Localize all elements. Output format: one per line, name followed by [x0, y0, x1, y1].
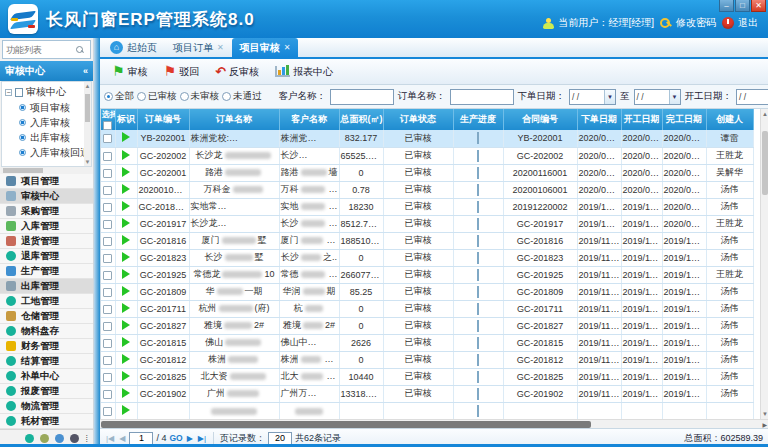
sidebar-group-item[interactable]: 报废管理 — [0, 384, 93, 399]
cart-icon[interactable] — [40, 434, 49, 443]
leaf-icon[interactable] — [55, 434, 64, 443]
sidebar-group-item[interactable]: 物流管理 — [0, 399, 93, 414]
row-checkbox[interactable] — [103, 288, 112, 297]
sidebar-group-item[interactable]: 退货管理 — [0, 234, 93, 249]
table-row[interactable]: 20200106001 万科金 万科一期 0.78 已审核 2020010600… — [101, 181, 753, 198]
column-header[interactable]: 总面积(㎡) — [339, 109, 383, 130]
toolbar-反审核[interactable]: ↶反审核 — [209, 63, 265, 81]
tree-item[interactable]: 入库审核 — [5, 115, 91, 130]
function-search[interactable] — [2, 40, 91, 59]
page-number-input[interactable] — [129, 432, 153, 445]
filter-radio[interactable]: 未通过 — [222, 90, 262, 103]
table-row[interactable]: GC-201827 雅境2# 雅境2# 0 已审核 GC-201827 2019… — [101, 317, 753, 334]
column-header[interactable]: 订单编号 — [137, 109, 189, 130]
sidebar-group-item[interactable]: 项目管理 — [0, 174, 93, 189]
row-checkbox[interactable] — [103, 339, 112, 348]
grid-vertical-scrollbar[interactable]: ▲▼ — [760, 109, 768, 419]
sidebar-group-item[interactable]: 结算管理 — [0, 354, 93, 369]
column-header[interactable]: 客户名称 — [279, 109, 339, 130]
select-all-checkbox[interactable] — [103, 121, 112, 130]
row-checkbox[interactable] — [103, 322, 112, 331]
dot-icon[interactable] — [25, 434, 34, 443]
table-row[interactable]: GC-201809 华一期 华润期 85.25 已审核 GC-201809 20… — [101, 283, 753, 300]
sidebar-group-item[interactable]: 财务管理 — [0, 339, 93, 354]
toolbar-审核[interactable]: ⚑审核 — [106, 63, 154, 81]
maximize-button[interactable]: □ — [735, 0, 750, 12]
start-date-input[interactable]: / /▼ — [736, 89, 768, 105]
order-date-from-input[interactable]: / /▼ — [569, 89, 616, 105]
scrollbar-thumb[interactable] — [101, 421, 591, 428]
close-tab-icon[interactable]: ✕ — [217, 43, 224, 52]
sidebar-group-item[interactable]: 采购管理 — [0, 204, 93, 219]
close-button[interactable]: ✕ — [751, 0, 766, 12]
customer-name-input[interactable] — [330, 89, 394, 105]
tree-root[interactable]: − 审核中心 — [5, 84, 91, 100]
column-header[interactable]: 生产进度 — [453, 109, 503, 130]
nav-overflow-icon[interactable]: ⁞ — [85, 434, 87, 444]
table-row[interactable]: GC-201823 长沙墅 长沙之.. 0 已审核 GC-201823 2019… — [101, 249, 753, 266]
row-checkbox[interactable] — [103, 407, 112, 416]
prev-page-button[interactable]: ◀ — [118, 434, 126, 443]
last-page-button[interactable]: ▶| — [197, 434, 207, 443]
row-checkbox[interactable] — [103, 152, 112, 161]
column-header[interactable]: 选择 — [101, 109, 115, 130]
column-header[interactable]: 订单名称 — [189, 109, 279, 130]
sidebar-group-item[interactable]: 生产管理 — [0, 264, 93, 279]
order-date-to-input[interactable]: / /▼ — [634, 89, 681, 105]
sidebar-group-item[interactable]: 入库管理 — [0, 219, 93, 234]
row-checkbox[interactable] — [103, 220, 112, 229]
page-size-input[interactable] — [268, 432, 292, 445]
table-row[interactable]: GC-201816 厦门墅 厦门别墅 188510.818 已审核 GC-201… — [101, 232, 753, 249]
sidebar-group-item[interactable]: 耗材管理 — [0, 414, 93, 429]
table-row[interactable]: GC-201815 佛山 佛山中景南 2626 已审核 GC-201815 20… — [101, 334, 753, 351]
tree-expander-icon[interactable]: − — [5, 89, 12, 96]
row-checkbox[interactable] — [103, 237, 112, 246]
column-header[interactable]: 下单日期 — [577, 109, 621, 130]
tab-项目订单[interactable]: 项目订单✕ — [165, 38, 232, 57]
chevron-down-icon[interactable]: ▼ — [604, 90, 615, 104]
next-page-button[interactable]: ▶ — [186, 434, 194, 443]
grid-horizontal-scrollbar[interactable]: ▶ — [100, 419, 768, 428]
tree-vertical-scrollbar[interactable]: ▲▼ — [84, 82, 91, 166]
column-header[interactable]: 完工日期 — [662, 109, 706, 130]
table-row[interactable]: GC-201711 杭州(府) 杭 0 已审核 GC-201711 2019/1… — [101, 300, 753, 317]
function-search-input[interactable] — [6, 45, 76, 55]
table-row[interactable] — [101, 402, 753, 419]
filter-radio[interactable]: 全部 — [104, 90, 134, 103]
chevron-down-icon[interactable]: ▼ — [669, 90, 680, 104]
table-row[interactable]: GC-201812 株洲 株洲未来 0 已审核 GC-201812 2019/1… — [101, 351, 753, 368]
row-checkbox[interactable] — [103, 186, 112, 195]
table-row[interactable]: GC-202001 路港 路港墙 0 已审核 20200116001 2020/… — [101, 164, 753, 181]
table-row[interactable]: GC-201917 长沙龙2# 长沙天.. 8512.78600.. 已审核 G… — [101, 215, 753, 232]
toolbar-报表中心[interactable]: 报表中心 — [269, 63, 339, 81]
row-checkbox[interactable] — [103, 134, 112, 143]
row-checkbox[interactable] — [103, 356, 112, 365]
row-checkbox[interactable] — [103, 169, 112, 178]
row-checkbox[interactable] — [103, 254, 112, 263]
minimize-button[interactable]: – — [719, 0, 734, 12]
filter-radio[interactable]: 已审核 — [137, 90, 177, 103]
row-checkbox[interactable] — [103, 373, 112, 382]
table-row[interactable]: GC-202002 长沙龙 长沙见.. 65525.7200.. 已审核 GC-… — [101, 147, 753, 164]
close-tab-icon[interactable]: ✕ — [284, 43, 291, 52]
table-row[interactable]: GC-2018178 实地常栋 实地4#.. 18230 已审核 2019122… — [101, 198, 753, 215]
sidebar-group-item[interactable]: 出库管理 — [0, 279, 93, 294]
sidebar-group-item[interactable]: 工地管理 — [0, 294, 93, 309]
row-checkbox[interactable] — [103, 271, 112, 280]
tab-项目审核[interactable]: 项目审核✕ — [232, 38, 299, 57]
tab-起始页[interactable]: ⌂起始页 — [102, 38, 165, 57]
logout-button[interactable]: 退出 — [722, 16, 758, 30]
table-row[interactable]: GC-201825 北大资 北大天.. 10440 已审核 GC-201825 … — [101, 368, 753, 385]
column-header[interactable]: 合同编号 — [503, 109, 577, 130]
first-page-button[interactable]: |◀ — [105, 434, 115, 443]
tree-item[interactable]: 项目审核 — [5, 100, 91, 115]
sidebar-group-item[interactable]: 补单中心 — [0, 369, 93, 384]
column-header[interactable]: 开工日期 — [621, 109, 662, 130]
collapse-icon[interactable]: « — [83, 66, 88, 76]
go-button[interactable]: GO — [169, 433, 182, 443]
column-header[interactable]: 标识 — [115, 109, 137, 130]
row-checkbox[interactable] — [103, 305, 112, 314]
sidebar-group-item[interactable]: 退库管理 — [0, 249, 93, 264]
toolbar-驳回[interactable]: ⚑驳回 — [158, 63, 206, 81]
tree-item[interactable]: 入库审核回退 — [5, 145, 91, 160]
